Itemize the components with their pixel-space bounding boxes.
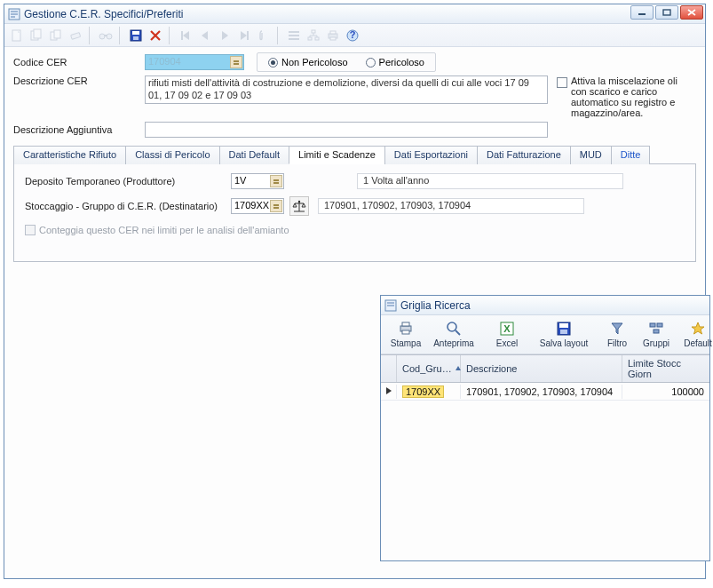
svg-text:X: X bbox=[503, 323, 511, 334]
svg-rect-4 bbox=[638, 13, 646, 15]
oil-mix-checkbox[interactable]: Attiva la miscelazione oli con scarico e… bbox=[557, 75, 690, 118]
excel-label: Excel bbox=[496, 338, 518, 348]
svg-rect-23 bbox=[312, 30, 315, 33]
deposito-input[interactable]: 1V bbox=[231, 173, 284, 189]
filtro-button[interactable]: Filtro bbox=[599, 317, 635, 353]
new-doc-icon[interactable] bbox=[8, 27, 26, 44]
radio-label: Non Pericoloso bbox=[281, 57, 348, 68]
filtro-label: Filtro bbox=[607, 338, 627, 348]
tab-dati-esportazioni[interactable]: Dati Esportazioni bbox=[384, 146, 478, 164]
save-icon bbox=[556, 321, 572, 337]
cell-limite: 100000 bbox=[622, 385, 709, 399]
default-button[interactable]: Default bbox=[677, 317, 713, 353]
tab-ditte[interactable]: Ditte bbox=[611, 146, 651, 164]
maximize-button[interactable] bbox=[655, 5, 678, 20]
scales-icon[interactable] bbox=[289, 196, 309, 216]
svg-point-37 bbox=[298, 201, 300, 203]
gruppi-label: Gruppi bbox=[643, 338, 669, 348]
delete-icon[interactable] bbox=[147, 27, 164, 44]
oil-mix-label: Attiva la miscelazione oli con scarico e… bbox=[571, 75, 690, 118]
radio-pericoloso[interactable]: Pericoloso bbox=[366, 57, 424, 68]
codice-cer-label: Codice CER bbox=[13, 57, 145, 68]
col-cod-gru[interactable]: Cod_Gru… bbox=[397, 355, 461, 382]
paperclip-icon[interactable] bbox=[255, 27, 273, 44]
svg-rect-31 bbox=[234, 60, 239, 62]
anteprima-button[interactable]: Anteprima bbox=[429, 317, 479, 353]
tab-mud[interactable]: MUD bbox=[570, 146, 612, 164]
close-button[interactable] bbox=[680, 5, 703, 20]
first-record-icon[interactable] bbox=[177, 27, 194, 44]
stampa-button[interactable]: Stampa bbox=[384, 317, 427, 353]
list-icon[interactable] bbox=[285, 27, 303, 44]
lookup-icon[interactable] bbox=[270, 175, 282, 187]
svg-rect-32 bbox=[234, 63, 239, 65]
row-indicator-icon bbox=[381, 385, 397, 399]
svg-rect-43 bbox=[402, 330, 409, 334]
svg-rect-42 bbox=[402, 322, 409, 326]
svg-rect-18 bbox=[181, 31, 183, 40]
gruppi-button[interactable]: Gruppi bbox=[637, 317, 676, 353]
star-icon bbox=[690, 321, 706, 337]
binoculars-icon[interactable] bbox=[97, 27, 115, 44]
radio-non-pericoloso[interactable]: Non Pericoloso bbox=[268, 57, 348, 68]
salva-layout-label: Salva layout bbox=[540, 338, 588, 348]
stampa-label: Stampa bbox=[391, 338, 421, 348]
codice-cer-input[interactable]: 170904 bbox=[145, 54, 244, 70]
help-icon[interactable]: ? bbox=[344, 27, 361, 44]
next-record-icon[interactable] bbox=[216, 27, 234, 44]
row-descrizione-cer: Descrizione CER rifiuti misti dell'attiv… bbox=[13, 75, 696, 118]
lookup-icon[interactable] bbox=[270, 200, 282, 212]
svg-rect-25 bbox=[315, 37, 319, 40]
toolbar-separator bbox=[277, 27, 281, 44]
stoccaggio-input[interactable]: 1709XX bbox=[231, 198, 284, 214]
svg-rect-52 bbox=[654, 330, 659, 333]
col-limite[interactable]: Limite Stocc Giorn bbox=[622, 355, 709, 382]
last-record-icon[interactable] bbox=[235, 27, 253, 44]
funnel-icon bbox=[609, 321, 625, 337]
svg-rect-10 bbox=[54, 30, 60, 38]
lookup-icon[interactable] bbox=[230, 56, 242, 68]
descrizione-cer-input[interactable]: rifiuti misti dell'attività di costruzio… bbox=[145, 75, 548, 104]
descrizione-agg-input[interactable] bbox=[145, 122, 548, 138]
svg-rect-33 bbox=[273, 179, 279, 181]
svg-rect-5 bbox=[663, 10, 670, 15]
save-icon[interactable] bbox=[127, 27, 145, 44]
minimize-button[interactable] bbox=[630, 5, 654, 20]
deposito-label: Deposito Temporaneo (Produttore) bbox=[25, 176, 226, 187]
tab-caratteristiche-rifiuto[interactable]: Caratteristiche Rifiuto bbox=[13, 146, 126, 164]
svg-rect-21 bbox=[289, 35, 299, 36]
svg-rect-27 bbox=[330, 31, 336, 34]
svg-rect-2 bbox=[11, 13, 18, 15]
tab-classi-pericolo[interactable]: Classi di Pericolo bbox=[125, 146, 219, 164]
tab-dati-fatturazione[interactable]: Dati Fatturazione bbox=[477, 146, 571, 164]
radio-dot-icon bbox=[366, 58, 376, 68]
stoccaggio-value: 1709XX bbox=[234, 200, 269, 211]
eraser-icon[interactable] bbox=[67, 27, 84, 44]
tab-limiti-scadenze[interactable]: Limiti e Scadenze bbox=[289, 146, 385, 164]
excel-button[interactable]: X Excel bbox=[486, 317, 528, 353]
print-icon[interactable] bbox=[324, 27, 342, 44]
amianto-label: Conteggia questo CER nei limiti per le a… bbox=[39, 225, 289, 235]
svg-text:?: ? bbox=[350, 29, 356, 40]
hierarchy-icon[interactable] bbox=[305, 27, 322, 44]
prev-record-icon[interactable] bbox=[196, 27, 214, 44]
row-indicator-header bbox=[381, 355, 397, 382]
result-grid: Cod_Gru… Descrizione Limite Stocc Giorn … bbox=[381, 354, 709, 401]
toolbar-separator bbox=[119, 27, 123, 44]
svg-rect-20 bbox=[289, 31, 299, 33]
radio-label: Pericoloso bbox=[379, 57, 424, 68]
svg-rect-1 bbox=[11, 11, 18, 12]
svg-rect-16 bbox=[132, 31, 139, 35]
dialog-toolbar: Stampa Anteprima X Excel Salva layout Fi… bbox=[381, 315, 709, 354]
row-descrizione-agg: Descrizione Aggiuntiva bbox=[13, 122, 696, 138]
copy-icon[interactable] bbox=[47, 27, 65, 44]
doc-stack-icon[interactable] bbox=[28, 27, 45, 44]
grid-row[interactable]: 1709XX 170901, 170902, 170903, 170904 10… bbox=[381, 383, 709, 401]
tab-dati-default[interactable]: Dati Default bbox=[219, 146, 289, 164]
salva-layout-button[interactable]: Salva layout bbox=[535, 317, 592, 353]
row-deposito: Deposito Temporaneo (Produttore) 1V 1 Vo… bbox=[25, 173, 685, 189]
titlebar: Gestione C.E.R. Specifici/Preferiti bbox=[4, 4, 705, 24]
descrizione-agg-label: Descrizione Aggiuntiva bbox=[13, 124, 145, 135]
col-descrizione[interactable]: Descrizione bbox=[461, 355, 622, 382]
svg-rect-49 bbox=[560, 330, 567, 334]
